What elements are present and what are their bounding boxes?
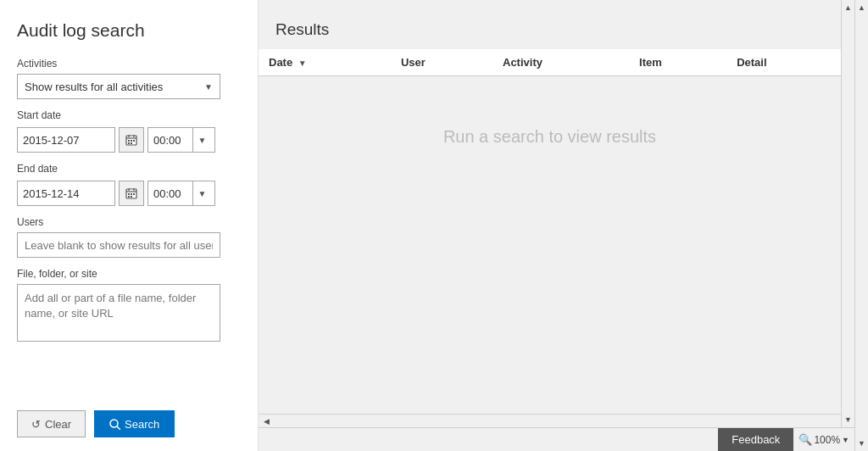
results-title: Results <box>259 0 841 49</box>
table-scroll-area: Date ▼ User Activity Item Detail <box>259 49 841 414</box>
activities-value: Show results for all activities <box>25 81 163 93</box>
start-date-input[interactable] <box>17 127 115 153</box>
end-date-input[interactable] <box>17 181 115 206</box>
results-table: Date ▼ User Activity Item Detail <box>259 49 841 198</box>
end-date-row: ▼ <box>17 181 241 206</box>
right-panel-inner: Results Date ▼ User Activity Item De <box>259 0 854 427</box>
column-detail: Detail <box>726 49 841 76</box>
empty-state-row: Run a search to view results <box>259 76 841 198</box>
svg-rect-4 <box>128 140 130 142</box>
horizontal-scrollbar[interactable]: ◀ <box>259 414 841 427</box>
svg-rect-14 <box>131 193 132 195</box>
bottom-right: Feedback 🔍 100% ▼ <box>718 428 854 452</box>
end-date-label: End date <box>17 163 241 175</box>
activities-dropdown[interactable]: Show results for all activities ▼ <box>17 74 220 99</box>
start-date-label: Start date <box>17 109 241 121</box>
column-date[interactable]: Date ▼ <box>259 49 391 76</box>
empty-message: Run a search to view results <box>259 76 841 198</box>
clear-button[interactable]: ↺ Clear <box>17 410 86 437</box>
outer-vertical-scrollbar[interactable]: ▲ ▼ <box>854 0 868 451</box>
scroll-left-button[interactable]: ◀ <box>259 415 274 428</box>
search-icon <box>109 419 120 430</box>
clear-icon: ↺ <box>31 418 41 431</box>
users-label: Users <box>17 216 241 228</box>
inner-vertical-scrollbar[interactable]: ▲ ▼ <box>841 0 854 427</box>
left-panel: Audit log search Activities Show results… <box>0 0 259 451</box>
end-date-calendar-button[interactable] <box>119 181 144 206</box>
sort-arrow-date: ▼ <box>298 58 307 68</box>
start-time-dropdown-arrow[interactable]: ▼ <box>192 128 211 152</box>
calendar-icon-end <box>125 187 137 199</box>
svg-rect-7 <box>128 142 130 144</box>
svg-rect-13 <box>128 193 130 195</box>
end-time-input[interactable] <box>148 181 192 205</box>
zoom-value: 100% <box>814 434 840 446</box>
svg-rect-8 <box>131 142 132 144</box>
outer-scroll-down-button[interactable]: ▼ <box>855 436 869 451</box>
action-buttons: ↺ Clear Search <box>17 390 241 437</box>
svg-rect-15 <box>133 193 135 195</box>
outer-scroll-up-button[interactable]: ▲ <box>855 0 869 15</box>
start-time-input[interactable] <box>148 128 192 152</box>
users-input[interactable] <box>17 232 220 258</box>
svg-rect-5 <box>131 140 132 142</box>
zoom-dropdown-arrow[interactable]: ▼ <box>842 436 849 444</box>
activities-dropdown-arrow: ▼ <box>204 82 213 92</box>
bottom-bar: Feedback 🔍 100% ▼ <box>259 427 854 451</box>
main-content-area: Results Date ▼ User Activity Item De <box>259 0 854 451</box>
feedback-button[interactable]: Feedback <box>718 428 793 452</box>
end-time-wrapper: ▼ <box>147 181 215 206</box>
right-content: Results Date ▼ User Activity Item De <box>259 0 841 427</box>
svg-rect-6 <box>133 140 135 142</box>
zoom-icon: 🔍 <box>798 433 812 446</box>
activities-label: Activities <box>17 58 241 70</box>
zoom-area: 🔍 100% ▼ <box>793 433 854 446</box>
column-activity: Activity <box>492 49 629 76</box>
page-title: Audit log search <box>17 20 241 41</box>
calendar-icon <box>125 134 137 146</box>
search-button[interactable]: Search <box>94 410 175 437</box>
inner-scroll-up-button[interactable]: ▲ <box>842 0 855 15</box>
file-folder-label: File, folder, or site <box>17 268 241 280</box>
column-user: User <box>391 49 492 76</box>
search-label: Search <box>125 418 159 431</box>
svg-rect-17 <box>131 196 132 198</box>
start-date-calendar-button[interactable] <box>119 127 144 153</box>
start-time-wrapper: ▼ <box>147 127 215 153</box>
svg-line-19 <box>117 426 120 430</box>
end-time-dropdown-arrow[interactable]: ▼ <box>192 181 211 205</box>
start-date-row: ▼ <box>17 127 241 153</box>
column-item: Item <box>629 49 726 76</box>
clear-label: Clear <box>45 418 71 431</box>
table-header-row: Date ▼ User Activity Item Detail <box>259 49 841 76</box>
svg-rect-16 <box>128 196 130 198</box>
inner-scroll-down-button[interactable]: ▼ <box>842 412 855 427</box>
file-folder-input[interactable] <box>17 284 220 342</box>
